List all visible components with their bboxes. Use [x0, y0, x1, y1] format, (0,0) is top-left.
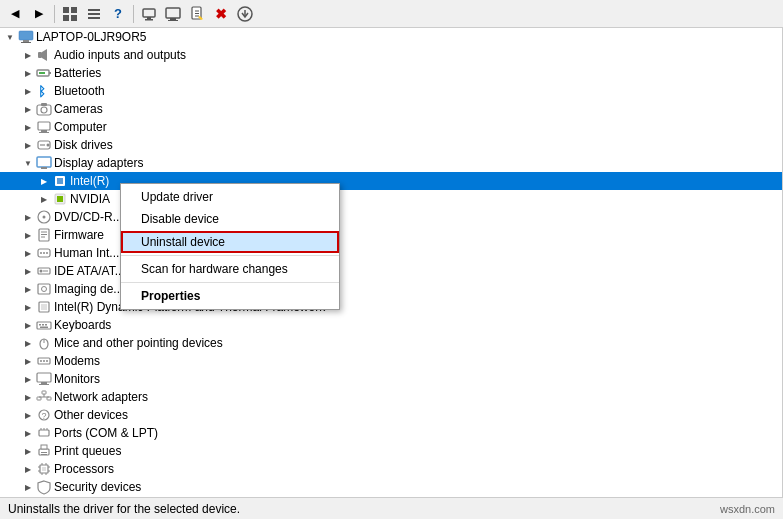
update-driver-menuitem[interactable]: Update driver	[121, 186, 339, 208]
bluetooth-icon: ᛒ	[36, 83, 52, 99]
tree-item-cameras[interactable]: ▶ Cameras	[0, 100, 782, 118]
options-button[interactable]	[83, 3, 105, 25]
device-tree[interactable]: ▼ LAPTOP-0LJR9OR5 ▶ Audio inputs and out…	[0, 28, 783, 497]
tree-item-monitors[interactable]: ▶ Monitors	[0, 370, 782, 388]
svg-rect-0	[63, 7, 69, 13]
svg-text:?: ?	[42, 411, 47, 421]
tree-item-print[interactable]: ▶ Print queues	[0, 442, 782, 460]
network-arrow[interactable]: ▶	[20, 389, 36, 405]
modem-icon	[36, 353, 52, 369]
tree-item-network[interactable]: ▶ Network adapters	[0, 388, 782, 406]
new-button[interactable]	[186, 3, 208, 25]
context-menu: Update driver Disable device Uninstall d…	[120, 183, 340, 310]
firmware-arrow[interactable]: ▶	[20, 227, 36, 243]
disable-device-menuitem[interactable]: Disable device	[121, 208, 339, 230]
intel-platform-arrow[interactable]: ▶	[20, 299, 36, 315]
mice-label: Mice and other pointing devices	[54, 334, 223, 352]
modems-arrow[interactable]: ▶	[20, 353, 36, 369]
tree-item-nvidia[interactable]: ▶ NVIDIA	[0, 190, 782, 208]
tree-item-intel-platform[interactable]: ▶ Intel(R) Dynamic Platform and Thermal …	[0, 298, 782, 316]
print-label: Print queues	[54, 442, 121, 460]
bluetooth-arrow[interactable]: ▶	[20, 83, 36, 99]
audio-arrow[interactable]: ▶	[20, 47, 36, 63]
tree-item-modems[interactable]: ▶ Modems	[0, 352, 782, 370]
tree-root[interactable]: ▼ LAPTOP-0LJR9OR5	[0, 28, 782, 46]
tree-item-other[interactable]: ▶ ? Other devices	[0, 406, 782, 424]
scan-hardware-menuitem[interactable]: Scan for hardware changes	[121, 258, 339, 280]
svg-rect-74	[39, 384, 49, 385]
forward-button[interactable]: ▶	[28, 3, 50, 25]
display-arrow[interactable]: ▼	[20, 155, 36, 171]
nvidia-arrow[interactable]: ▶	[36, 191, 52, 207]
svg-rect-5	[88, 13, 100, 15]
disk-arrow[interactable]: ▶	[20, 137, 36, 153]
tree-item-intel[interactable]: ▶ Intel(R)	[0, 172, 782, 190]
tree-item-batteries[interactable]: ▶ Batteries	[0, 64, 782, 82]
root-arrow[interactable]: ▼	[2, 29, 18, 45]
tree-item-ide[interactable]: ▶ IDE ATA/AT...	[0, 262, 782, 280]
svg-point-51	[40, 252, 42, 254]
back-button[interactable]: ◀	[4, 3, 26, 25]
properties-menuitem[interactable]: Properties	[121, 285, 339, 307]
computer-arrow[interactable]: ▶	[20, 119, 36, 135]
tree-item-display[interactable]: ▼ Display adapters	[0, 154, 782, 172]
other-arrow[interactable]: ▶	[20, 407, 36, 423]
svg-rect-75	[42, 391, 46, 394]
ide-label: IDE ATA/AT...	[54, 262, 125, 280]
audio-icon	[36, 47, 52, 63]
ide-arrow[interactable]: ▶	[20, 263, 36, 279]
monitors-arrow[interactable]: ▶	[20, 371, 36, 387]
svg-rect-4	[88, 9, 100, 11]
keyboards-arrow[interactable]: ▶	[20, 317, 36, 333]
tree-item-firmware[interactable]: ▶ Firmware	[0, 226, 782, 244]
computer-icon2	[36, 119, 52, 135]
separator-1	[54, 5, 55, 23]
view-button[interactable]	[59, 3, 81, 25]
svg-rect-90	[41, 454, 47, 455]
dvd-arrow[interactable]: ▶	[20, 209, 36, 225]
tree-item-mice[interactable]: ▶ Mice and other pointing devices	[0, 334, 782, 352]
help-button[interactable]: ?	[107, 3, 129, 25]
svg-rect-39	[41, 167, 47, 169]
svg-marker-24	[42, 49, 47, 61]
svg-rect-88	[41, 445, 47, 449]
tree-item-bluetooth[interactable]: ▶ ᛒ Bluetooth	[0, 82, 782, 100]
print-arrow[interactable]: ▶	[20, 443, 36, 459]
svg-point-52	[43, 252, 45, 254]
uninstall-device-menuitem[interactable]: Uninstall device	[121, 231, 339, 253]
batteries-arrow[interactable]: ▶	[20, 65, 36, 81]
intel-arrow[interactable]: ▶	[36, 173, 52, 189]
svg-rect-62	[39, 324, 41, 326]
tree-item-disk[interactable]: ▶ Disk drives	[0, 136, 782, 154]
tree-item-keyboards[interactable]: ▶ Keyboards	[0, 316, 782, 334]
computer-button[interactable]	[162, 3, 184, 25]
download-button[interactable]	[234, 3, 256, 25]
svg-rect-73	[41, 382, 47, 384]
network-button[interactable]	[138, 3, 160, 25]
cameras-arrow[interactable]: ▶	[20, 101, 36, 117]
mice-arrow[interactable]: ▶	[20, 335, 36, 351]
ports-arrow[interactable]: ▶	[20, 425, 36, 441]
keyboards-label: Keyboards	[54, 316, 111, 334]
security-arrow[interactable]: ▶	[20, 479, 36, 495]
imaging-arrow[interactable]: ▶	[20, 281, 36, 297]
tree-item-computer[interactable]: ▶ Computer	[0, 118, 782, 136]
svg-rect-12	[168, 20, 178, 21]
tree-item-security[interactable]: ▶ Security devices	[0, 478, 782, 496]
main-content: ▼ LAPTOP-0LJR9OR5 ▶ Audio inputs and out…	[0, 28, 783, 497]
human-icon	[36, 245, 52, 261]
keyboard-icon	[36, 317, 52, 333]
nvidia-icon	[52, 191, 68, 207]
human-arrow[interactable]: ▶	[20, 245, 36, 261]
tree-item-dvd[interactable]: ▶ DVD/CD-R...	[0, 208, 782, 226]
ports-label: Ports (COM & LPT)	[54, 424, 158, 442]
tree-item-processors[interactable]: ▶ Processors	[0, 460, 782, 478]
delete-button[interactable]: ✖	[210, 3, 232, 25]
tree-item-ports[interactable]: ▶ Ports (COM & LPT)	[0, 424, 782, 442]
tree-item-imaging[interactable]: ▶ Imaging de...	[0, 280, 782, 298]
tree-item-audio[interactable]: ▶ Audio inputs and outputs	[0, 46, 782, 64]
svg-rect-27	[39, 72, 45, 74]
menu-separator	[121, 255, 339, 256]
tree-item-human[interactable]: ▶ Human Int...	[0, 244, 782, 262]
processors-arrow[interactable]: ▶	[20, 461, 36, 477]
